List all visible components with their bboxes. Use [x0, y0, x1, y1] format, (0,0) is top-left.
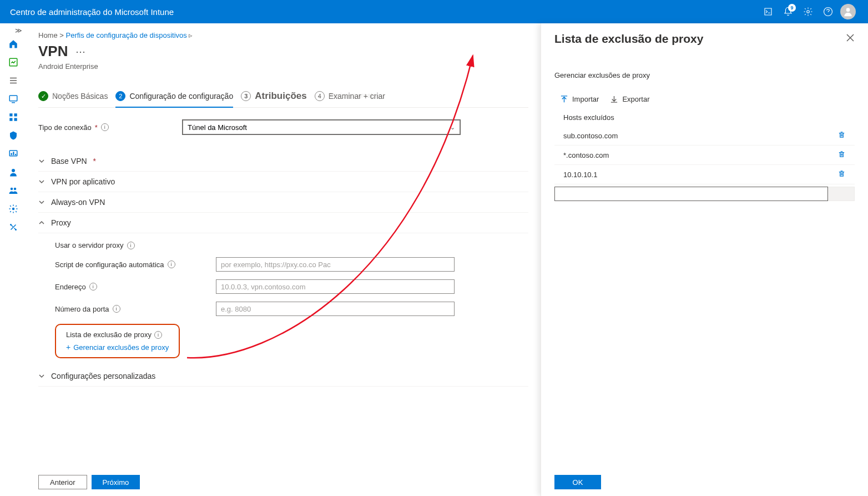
delete-host-icon[interactable]: [837, 131, 846, 141]
address-input[interactable]: [216, 279, 455, 294]
import-button[interactable]: Importar: [560, 95, 599, 103]
host-list: sub.contoso.com*.contoso.com10.10.10.1: [554, 126, 855, 184]
connection-type-label: Tipo de conexão * i: [38, 123, 183, 132]
delete-host-icon[interactable]: [837, 150, 846, 160]
settings-icon[interactable]: [798, 2, 818, 22]
export-button[interactable]: Exportar: [610, 95, 649, 103]
top-bar: Centro de administração do Microsoft Int…: [0, 0, 868, 23]
chevron-down-icon: [38, 178, 45, 185]
breadcrumb: Home > Perfis de configuração de disposi…: [38, 31, 528, 39]
port-input[interactable]: [216, 302, 455, 316]
host-value: sub.contoso.com: [563, 132, 837, 140]
port-label: Número da porta i: [55, 305, 216, 313]
svg-rect-5: [9, 113, 12, 116]
svg-point-14: [10, 187, 13, 190]
svg-rect-12: [15, 154, 16, 155]
nav-dashboard-icon[interactable]: [0, 53, 26, 71]
notification-icon[interactable]: 9: [778, 2, 798, 22]
info-icon[interactable]: i: [168, 260, 175, 268]
help-icon[interactable]: [818, 2, 838, 22]
nav-users-icon[interactable]: [0, 163, 26, 181]
section-proxy[interactable]: Proxy: [38, 213, 528, 233]
svg-point-2: [846, 8, 850, 12]
proxy-exclusion-title: Lista de exclusão de proxy i: [66, 330, 169, 339]
address-label: Endereço i: [55, 283, 216, 291]
plus-icon: +: [66, 343, 70, 352]
nav-troubleshoot-icon[interactable]: [0, 218, 26, 236]
nav-security-icon[interactable]: [0, 126, 26, 144]
svg-point-13: [12, 169, 15, 172]
breadcrumb-path[interactable]: Perfis de configuração de dispositivos: [66, 31, 187, 39]
close-panel-icon[interactable]: [846, 33, 855, 44]
use-proxy-label: Usar o servidor proxy i: [55, 241, 216, 249]
svg-rect-10: [11, 153, 12, 155]
account-avatar[interactable]: [838, 2, 858, 22]
breadcrumb-home[interactable]: Home >: [38, 31, 64, 39]
info-icon[interactable]: i: [101, 123, 109, 131]
info-icon[interactable]: i: [89, 283, 97, 290]
svg-rect-4: [9, 96, 17, 101]
section-custom-settings[interactable]: Configurações personalizadas: [38, 366, 528, 387]
step-assignments[interactable]: 3 Atribuições: [241, 91, 307, 107]
page-subtitle: Android Enterprise: [38, 62, 528, 71]
chevron-down-icon: ⌄: [450, 124, 455, 131]
info-icon[interactable]: i: [154, 331, 162, 339]
svg-point-17: [10, 224, 12, 226]
host-value: *.contoso.com: [563, 151, 837, 159]
step-basics[interactable]: ✓ Noções Básicas Basics: [38, 91, 108, 107]
step-4-circle: 4: [315, 91, 325, 101]
previous-button[interactable]: Anterior: [38, 475, 87, 489]
nav-apps-icon[interactable]: [0, 108, 26, 126]
nav-devices-icon[interactable]: [0, 89, 26, 108]
nav-reports-icon[interactable]: [0, 144, 26, 163]
import-icon: [560, 95, 568, 103]
wizard-footer: Anterior Próximo: [38, 475, 140, 489]
proxy-exclusion-panel: Lista de exclusão de proxy Gerenciar exc…: [541, 23, 868, 496]
nav-groups-icon[interactable]: [0, 181, 26, 199]
page-more-icon[interactable]: ⋯: [75, 46, 85, 58]
chevron-down-icon: [38, 158, 45, 164]
manage-exclusions-link[interactable]: + Gerenciar exclusões de proxy: [66, 343, 169, 352]
svg-point-16: [12, 207, 14, 210]
main-content: Home > Perfis de configuração de disposi…: [26, 23, 541, 496]
add-host-button[interactable]: [828, 187, 855, 201]
svg-point-0: [807, 11, 810, 13]
nav-services-icon[interactable]: [0, 71, 26, 89]
wizard-steps: ✓ Noções Básicas Basics 2 Configuração d…: [38, 91, 528, 108]
step-2-circle: 2: [115, 91, 125, 101]
proxy-exclusion-box: Lista de exclusão de proxy i + Gerenciar…: [55, 324, 180, 358]
host-row: sub.contoso.com: [554, 126, 855, 146]
svg-rect-7: [9, 118, 12, 121]
nav-tenant-icon[interactable]: [0, 199, 26, 218]
svg-point-15: [13, 187, 16, 190]
host-row: *.contoso.com: [554, 146, 855, 165]
notification-badge: 9: [788, 4, 796, 12]
auto-script-input[interactable]: [216, 257, 455, 272]
section-base-vpn[interactable]: Base VPN *: [38, 151, 528, 172]
app-title: Centro de administração do Microsoft Int…: [10, 7, 174, 17]
svg-point-18: [15, 229, 17, 231]
collapse-nav-icon[interactable]: ≫: [0, 27, 26, 34]
info-icon[interactable]: i: [113, 305, 120, 313]
nav-home-icon[interactable]: [0, 34, 26, 53]
cloud-shell-icon[interactable]: [758, 2, 778, 22]
hosts-column-header: Hosts excluídos: [554, 113, 855, 122]
step-config[interactable]: 2 Configuração de configuração: [115, 91, 233, 108]
section-per-app-vpn[interactable]: VPN por aplicativo: [38, 172, 528, 192]
page-title: VPN: [38, 43, 68, 60]
connection-type-select[interactable]: Túnel da Microsoft ⌄: [183, 120, 460, 134]
left-nav-rail: ≫: [0, 23, 26, 496]
step-3-circle: 3: [241, 91, 251, 101]
ok-button[interactable]: OK: [554, 475, 601, 489]
new-host-input[interactable]: [554, 187, 828, 201]
info-icon[interactable]: i: [127, 242, 135, 249]
chevron-down-icon: [38, 373, 45, 379]
section-always-on-vpn[interactable]: Always-on VPN: [38, 192, 528, 213]
delete-host-icon[interactable]: [837, 169, 846, 179]
chevron-down-icon: [38, 199, 45, 206]
chevron-up-icon: [38, 219, 45, 226]
svg-rect-11: [13, 152, 14, 155]
next-button[interactable]: Próximo: [92, 475, 140, 489]
step-review[interactable]: 4 Examinar + criar Review + create: [315, 91, 385, 107]
svg-rect-8: [14, 118, 17, 121]
